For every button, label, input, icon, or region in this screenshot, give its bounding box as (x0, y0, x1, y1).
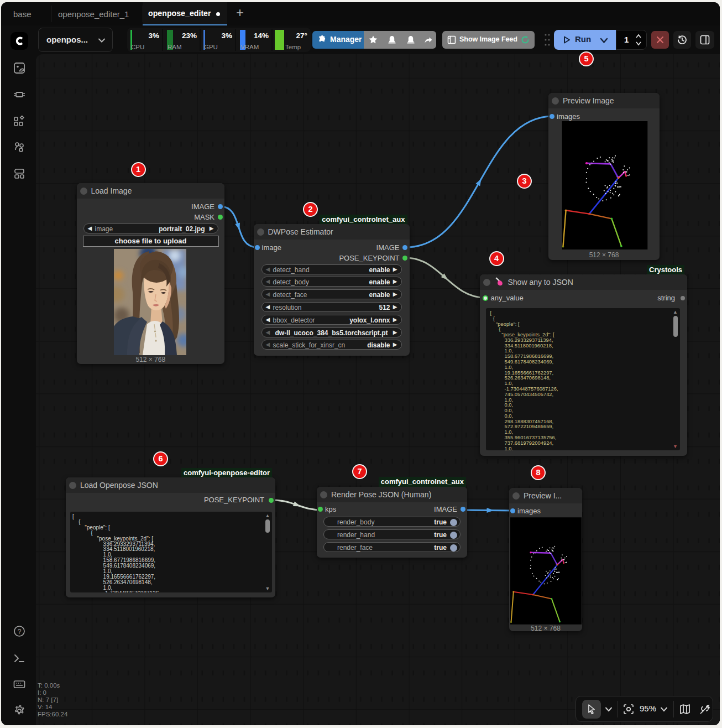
svg-text:?: ? (18, 628, 22, 636)
